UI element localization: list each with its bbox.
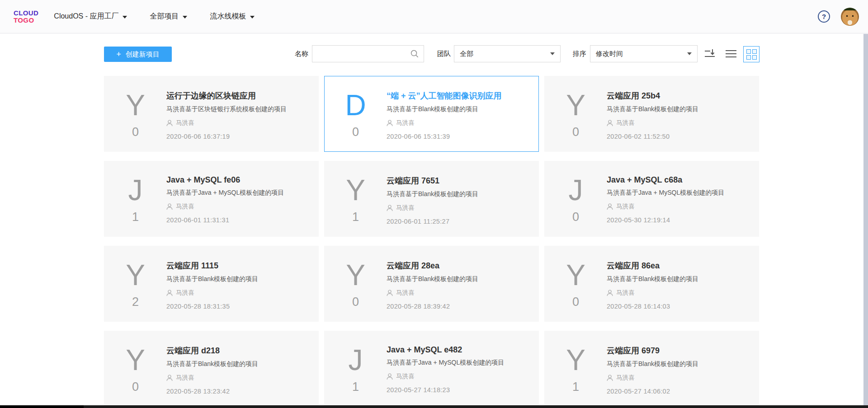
project-title[interactable]: Java + MySQL fe06 bbox=[166, 175, 310, 185]
project-title[interactable]: 云端应用 86ea bbox=[607, 260, 750, 271]
project-count: 0 bbox=[352, 296, 359, 308]
logo-text-cloud: CLOUD bbox=[14, 9, 38, 17]
project-count: 1 bbox=[352, 381, 359, 393]
project-card[interactable]: J 1 Java + MySQL fe06 马洪喜基于Java + MySQL模… bbox=[104, 161, 319, 237]
project-count: 0 bbox=[572, 296, 579, 308]
project-desc: 马洪喜基于区块链银行系统模板创建的项目 bbox=[166, 105, 310, 113]
project-desc: 马洪喜基于Blank模板创建的项目 bbox=[607, 105, 750, 113]
project-desc: 马洪喜基于Blank模板创建的项目 bbox=[387, 105, 530, 113]
header-right: ? bbox=[818, 8, 859, 26]
search-icon[interactable] bbox=[410, 49, 424, 58]
project-cards-grid: Y 0 运行于边缘的区块链应用 马洪喜基于区块链银行系统模板创建的项目 马洪喜 … bbox=[104, 76, 759, 407]
project-count: 0 bbox=[352, 126, 359, 138]
project-owner: 马洪喜 bbox=[166, 119, 310, 127]
project-owner-name: 马洪喜 bbox=[176, 119, 194, 127]
project-card[interactable]: Y 0 云端应用 86ea 马洪喜基于Blank模板创建的项目 马洪喜 2020… bbox=[544, 246, 759, 322]
sort-direction-icon[interactable] bbox=[703, 47, 716, 60]
project-info-column: 云端应用 6979 马洪喜基于Blank模板创建的项目 马洪喜 2020-05-… bbox=[607, 331, 759, 406]
project-owner: 马洪喜 bbox=[607, 289, 750, 297]
project-owner-name: 马洪喜 bbox=[176, 289, 194, 297]
project-initial: Y bbox=[566, 259, 585, 291]
project-avatar-column: Y 0 bbox=[545, 246, 607, 321]
project-owner-name: 马洪喜 bbox=[396, 119, 415, 127]
person-icon bbox=[166, 203, 173, 210]
project-initial: J bbox=[349, 344, 363, 376]
chevron-down-icon bbox=[123, 16, 127, 19]
project-timestamp: 2020-05-27 14:18:23 bbox=[387, 386, 530, 394]
project-info-column: 云端应用 25b4 马洪喜基于Blank模板创建的项目 马洪喜 2020-06-… bbox=[607, 76, 759, 151]
project-owner-name: 马洪喜 bbox=[616, 289, 635, 297]
user-avatar[interactable] bbox=[841, 8, 859, 26]
project-initial: J bbox=[569, 174, 583, 206]
project-card[interactable]: Y 0 云端应用 28ea 马洪喜基于Blank模板创建的项目 马洪喜 2020… bbox=[324, 246, 539, 322]
project-card[interactable]: J 1 Java + MySQL e482 马洪喜基于Java + MySQL模… bbox=[324, 331, 539, 407]
project-card[interactable]: Y 0 运行于边缘的区块链应用 马洪喜基于区块链银行系统模板创建的项目 马洪喜 … bbox=[104, 76, 319, 152]
project-timestamp: 2020-06-06 15:31:39 bbox=[387, 133, 530, 140]
nav-all-projects[interactable]: 全部项目 bbox=[150, 12, 187, 21]
project-desc: 马洪喜基于Blank模板创建的项目 bbox=[607, 360, 750, 368]
top-header: CLOUD TOGO CloudOS - 应用工厂 全部项目 流水线模板 ? bbox=[0, 0, 868, 33]
project-avatar-column: Y 1 bbox=[325, 161, 387, 236]
project-title[interactable]: 云端应用 d218 bbox=[166, 345, 310, 356]
main-nav: CloudOS - 应用工厂 全部项目 流水线模板 bbox=[54, 12, 277, 21]
project-title[interactable]: Java + MySQL e482 bbox=[387, 345, 530, 355]
nav-cloudos-app-factory[interactable]: CloudOS - 应用工厂 bbox=[54, 12, 127, 21]
nav-label: CloudOS - 应用工厂 bbox=[54, 12, 118, 21]
project-title[interactable]: 云端应用 7651 bbox=[387, 175, 530, 186]
project-desc: 马洪喜基于Blank模板创建的项目 bbox=[166, 275, 310, 283]
plus-icon: + bbox=[116, 50, 121, 58]
project-title[interactable]: 云端应用 6979 bbox=[607, 345, 750, 356]
project-info-column: Java + MySQL c68a 马洪喜基于Java + MySQL模板创建的… bbox=[607, 161, 759, 236]
project-initial: Y bbox=[566, 89, 585, 122]
project-title[interactable]: Java + MySQL c68a bbox=[607, 175, 750, 185]
project-info-column: Java + MySQL fe06 马洪喜基于Java + MySQL模板创建的… bbox=[166, 161, 318, 236]
create-project-label: 创建新项目 bbox=[126, 50, 160, 59]
project-title[interactable]: 云端应用 28ea bbox=[387, 260, 530, 271]
name-search-input[interactable] bbox=[312, 46, 410, 62]
project-info-column: 云端应用 1115 马洪喜基于Blank模板创建的项目 马洪喜 2020-05-… bbox=[166, 246, 318, 321]
sort-select[interactable]: 修改时间 bbox=[590, 45, 698, 62]
nav-pipeline-templates[interactable]: 流水线模板 bbox=[210, 12, 255, 21]
team-selected-value: 全部 bbox=[460, 50, 473, 58]
project-count: 1 bbox=[572, 381, 579, 393]
person-icon bbox=[387, 205, 393, 211]
project-timestamp: 2020-06-01 11:31:31 bbox=[166, 216, 310, 224]
vertical-scrollbar[interactable] bbox=[863, 34, 868, 405]
project-timestamp: 2020-05-28 18:39:42 bbox=[387, 303, 530, 310]
project-card[interactable]: J 0 Java + MySQL c68a 马洪喜基于Java + MySQL模… bbox=[544, 161, 759, 237]
nav-label: 流水线模板 bbox=[210, 12, 246, 21]
project-count: 0 bbox=[132, 381, 139, 393]
project-title[interactable]: “端 + 云”人工智能图像识别应用 bbox=[387, 90, 530, 101]
project-title[interactable]: 云端应用 1115 bbox=[166, 260, 310, 271]
project-card[interactable]: Y 1 云端应用 6979 马洪喜基于Blank模板创建的项目 马洪喜 2020… bbox=[544, 331, 759, 407]
help-icon[interactable]: ? bbox=[818, 10, 830, 23]
chevron-down-icon bbox=[183, 16, 187, 19]
project-card[interactable]: Y 0 云端应用 d218 马洪喜基于Blank模板创建的项目 马洪喜 2020… bbox=[104, 331, 319, 407]
project-info-column: 云端应用 28ea 马洪喜基于Blank模板创建的项目 马洪喜 2020-05-… bbox=[387, 246, 538, 321]
team-select[interactable]: 全部 bbox=[454, 45, 561, 62]
project-desc: 马洪喜基于Blank模板创建的项目 bbox=[387, 275, 530, 283]
name-search-box bbox=[312, 45, 424, 62]
project-card[interactable]: Y 1 云端应用 7651 马洪喜基于Blank模板创建的项目 马洪喜 2020… bbox=[324, 161, 539, 237]
project-title[interactable]: 运行于边缘的区块链应用 bbox=[166, 90, 310, 101]
project-owner: 马洪喜 bbox=[607, 374, 750, 382]
project-owner-name: 马洪喜 bbox=[396, 372, 415, 380]
project-card[interactable]: Y 2 云端应用 1115 马洪喜基于Blank模板创建的项目 马洪喜 2020… bbox=[104, 246, 319, 322]
project-card[interactable]: Y 0 云端应用 25b4 马洪喜基于Blank模板创建的项目 马洪喜 2020… bbox=[544, 76, 759, 152]
project-info-column: 云端应用 7651 马洪喜基于Blank模板创建的项目 马洪喜 2020-06-… bbox=[387, 161, 538, 236]
project-avatar-column: Y 0 bbox=[104, 331, 166, 406]
project-card[interactable]: D 0 “端 + 云”人工智能图像识别应用 马洪喜基于Blank模板创建的项目 … bbox=[324, 76, 539, 152]
person-icon bbox=[166, 120, 173, 127]
list-view-icon[interactable] bbox=[725, 49, 737, 59]
chevron-down-icon bbox=[550, 52, 555, 55]
project-desc: 马洪喜基于Blank模板创建的项目 bbox=[166, 360, 310, 368]
project-count: 1 bbox=[352, 211, 359, 223]
nav-label: 全部项目 bbox=[150, 12, 179, 21]
create-project-button[interactable]: + 创建新项目 bbox=[104, 47, 172, 62]
grid-view-icon[interactable] bbox=[743, 46, 760, 62]
project-title[interactable]: 云端应用 25b4 bbox=[607, 90, 750, 101]
project-owner-name: 马洪喜 bbox=[176, 202, 194, 211]
project-owner-name: 马洪喜 bbox=[616, 119, 635, 127]
person-icon bbox=[387, 120, 393, 127]
cloudtogo-logo[interactable]: CLOUD TOGO bbox=[14, 9, 38, 24]
